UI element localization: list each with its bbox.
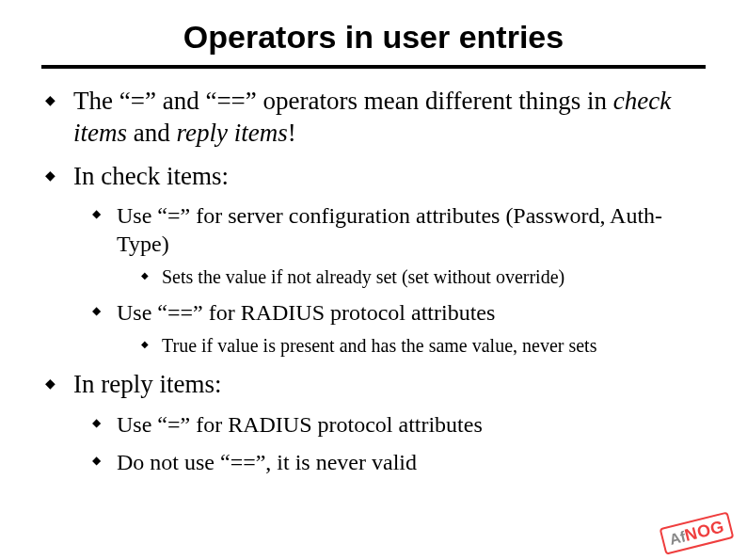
logo-nog-text: NOG <box>682 517 725 545</box>
sub-bullet-item: Use “=” for RADIUS protocol attributes <box>90 410 706 439</box>
bullet-item: In reply items: Use “=” for RADIUS proto… <box>41 369 706 476</box>
bullet-text: Use “=” for server configuration attribu… <box>117 203 662 256</box>
bullet-text: In check items: <box>73 162 229 190</box>
sub-bullet-item: Use “=” for server configuration attribu… <box>90 201 706 289</box>
bullet-text: and <box>127 119 176 147</box>
sub-sub-bullet-list: Sets the value if not already set (set w… <box>139 265 706 289</box>
bullet-list: The “=” and “==” operators mean differen… <box>41 86 706 476</box>
bullet-text: True if value is present and has the sam… <box>162 335 596 356</box>
bullet-text: Sets the value if not already set (set w… <box>162 266 564 287</box>
bullet-text: Use “==” for RADIUS protocol attributes <box>117 300 495 325</box>
italic-text: reply items <box>176 119 287 147</box>
sub-sub-bullet-item: True if value is present and has the sam… <box>139 334 706 358</box>
title-rule <box>41 65 706 69</box>
slide: Operators in user entries The “=” and “=… <box>0 0 747 560</box>
bullet-item: In check items: Use “=” for server confi… <box>41 161 706 359</box>
sub-bullet-list: Use “=” for RADIUS protocol attributes D… <box>90 410 706 476</box>
sub-bullet-item: Do not use “==”, it is never valid <box>90 448 706 476</box>
bullet-item: The “=” and “==” operators mean differen… <box>41 86 706 150</box>
sub-sub-bullet-list: True if value is present and has the sam… <box>139 334 706 358</box>
slide-title: Operators in user entries <box>41 19 706 56</box>
bullet-text: The “=” and “==” operators mean differen… <box>73 87 613 115</box>
sub-bullet-item: Use “==” for RADIUS protocol attributes … <box>90 298 706 358</box>
sub-sub-bullet-item: Sets the value if not already set (set w… <box>139 265 706 289</box>
bullet-text: Do not use “==”, it is never valid <box>117 450 417 474</box>
bullet-text: Use “=” for RADIUS protocol attributes <box>117 412 483 437</box>
bullet-text: ! <box>288 119 296 147</box>
sub-bullet-list: Use “=” for server configuration attribu… <box>90 201 706 358</box>
bullet-text: In reply items: <box>73 370 221 398</box>
